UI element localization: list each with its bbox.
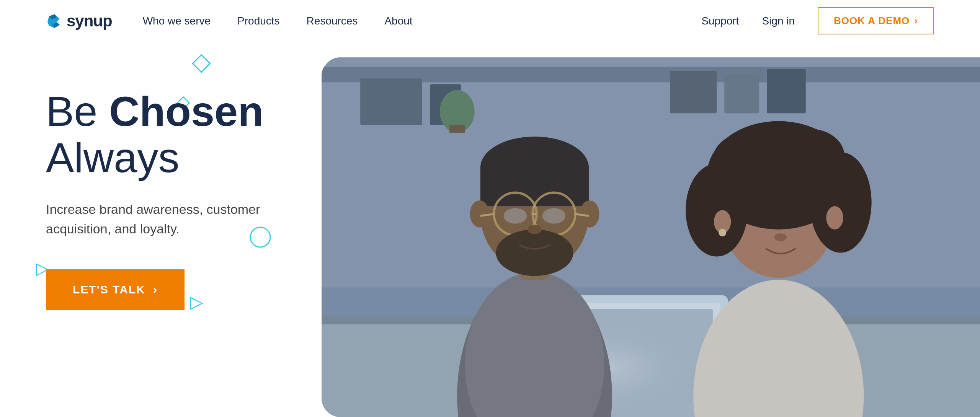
hero-heading: Be Chosen Always <box>46 88 299 181</box>
logo-text: synup <box>67 12 112 30</box>
nav-right: Support Sign in BOOK A DEMO › <box>701 7 934 34</box>
hero-right <box>299 42 980 417</box>
book-demo-arrow-icon: › <box>914 15 918 27</box>
nav-links: Who we serve Products Resources About <box>143 15 702 27</box>
nav-resources[interactable]: Resources <box>307 15 358 27</box>
hero-heading-normal: Be <box>46 88 109 135</box>
book-demo-label: BOOK A DEMO <box>834 15 910 27</box>
nav-about[interactable]: About <box>384 15 412 27</box>
hero-scene-svg <box>322 57 980 417</box>
logo[interactable]: synup <box>46 12 112 30</box>
hero-heading-bold: Chosen <box>109 88 263 135</box>
nav-who-we-serve[interactable]: Who we serve <box>143 15 211 27</box>
lets-talk-label: LET'S TALK <box>73 283 145 296</box>
hero-left: Be Chosen Always Increase brand awarenes… <box>0 42 299 417</box>
hero-heading-line2: Always <box>46 134 179 181</box>
synup-logo-icon <box>46 13 63 29</box>
hero-section: Be Chosen Always Increase brand awarenes… <box>0 42 980 417</box>
nav-products[interactable]: Products <box>237 15 280 27</box>
hero-subtext: Increase brand awareness, customer acqui… <box>46 200 276 239</box>
lets-talk-button[interactable]: LET'S TALK › <box>46 269 185 310</box>
lets-talk-arrow-icon: › <box>153 283 158 296</box>
navbar: synup Who we serve Products Resources Ab… <box>0 0 980 42</box>
nav-signin[interactable]: Sign in <box>762 15 795 27</box>
hero-image <box>322 57 980 417</box>
book-demo-button[interactable]: BOOK A DEMO › <box>818 7 934 34</box>
svg-rect-53 <box>322 57 980 417</box>
nav-support[interactable]: Support <box>701 15 739 27</box>
